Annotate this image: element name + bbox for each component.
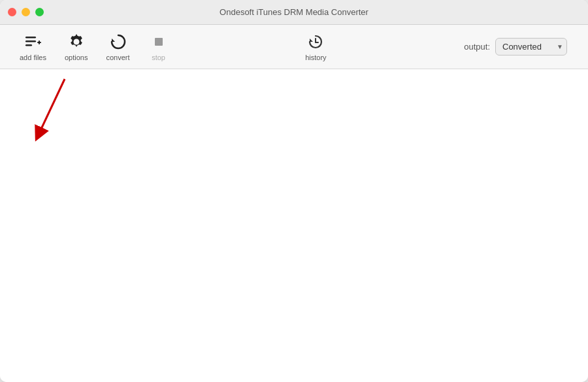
history-icon — [306, 33, 325, 51]
add-files-label: add files — [20, 54, 46, 61]
options-button[interactable]: options — [56, 27, 97, 67]
add-files-button[interactable]: add files — [10, 27, 56, 67]
minimize-button[interactable] — [22, 8, 30, 16]
history-button[interactable]: history — [296, 27, 335, 67]
stop-label: stop — [152, 54, 165, 61]
window-controls — [8, 8, 44, 16]
output-select-wrapper: Converted Desktop Documents Custom... ▼ — [495, 38, 567, 56]
svg-line-10 — [39, 79, 65, 135]
close-button[interactable] — [8, 8, 16, 16]
red-arrow-annotation — [29, 76, 74, 150]
svg-rect-2 — [25, 44, 32, 46]
window-title: Ondesoft iTunes DRM Media Converter — [220, 7, 368, 17]
svg-rect-1 — [25, 40, 36, 42]
output-label: output: — [464, 42, 490, 52]
options-label: options — [65, 54, 88, 61]
svg-rect-6 — [155, 38, 163, 46]
output-select[interactable]: Converted Desktop Documents Custom... — [495, 38, 567, 56]
gear-icon — [67, 33, 86, 51]
main-content-area — [0, 69, 588, 382]
title-bar: Ondesoft iTunes DRM Media Converter — [0, 0, 588, 25]
add-files-icon — [24, 33, 42, 51]
svg-rect-4 — [39, 40, 40, 44]
convert-icon — [109, 33, 127, 51]
convert-label: convert — [106, 54, 129, 61]
stop-icon — [150, 33, 168, 51]
history-label: history — [305, 54, 326, 61]
convert-button[interactable]: convert — [97, 27, 139, 67]
svg-rect-0 — [25, 37, 36, 39]
maximize-button[interactable] — [35, 8, 44, 16]
svg-marker-5 — [112, 39, 115, 42]
stop-button[interactable]: stop — [139, 27, 178, 67]
toolbar: add files options convert — [0, 25, 588, 69]
main-window: Ondesoft iTunes DRM Media Converter add … — [0, 0, 588, 382]
output-section: output: Converted Desktop Documents Cust… — [453, 38, 578, 56]
svg-marker-7 — [310, 39, 313, 42]
